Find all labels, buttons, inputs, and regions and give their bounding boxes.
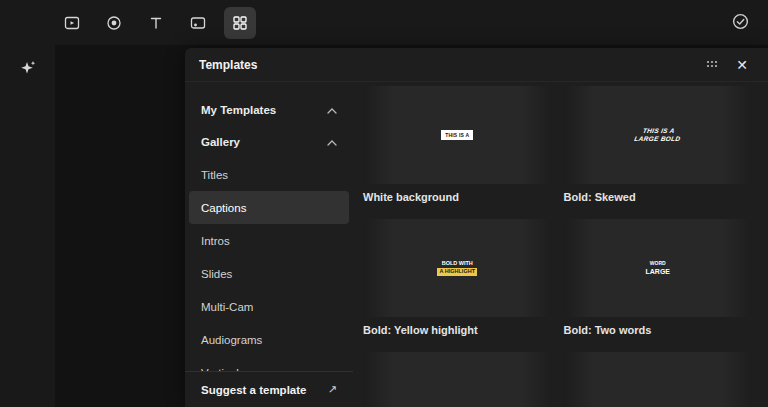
suggest-template-button[interactable]: Suggest a template ↗: [185, 371, 353, 407]
templates-panel: Templates ✕: [185, 48, 768, 407]
ai-sparkle-icon: [18, 58, 38, 81]
preview-text: BOLD WITH A HIGHLIGHT: [437, 260, 477, 275]
panel-body: My Templates Gallery Titles Captions Int…: [185, 82, 768, 407]
text-tool-button[interactable]: [140, 7, 172, 39]
check-circle-icon: [731, 12, 750, 34]
template-thumbnail[interactable]: THIS IS A: [363, 86, 552, 184]
chevron-up-icon: [327, 136, 337, 148]
nav-item-multi-cam[interactable]: Multi-Cam: [189, 290, 349, 323]
drag-handle[interactable]: [700, 53, 724, 77]
template-thumbnail[interactable]: BOLD WITH A HIGHLIGHT: [363, 219, 552, 317]
panel-header: Templates ✕: [185, 48, 768, 82]
text-tool-icon: [147, 14, 165, 32]
nav-section-gallery[interactable]: Gallery: [185, 126, 353, 158]
record-icon: [105, 14, 123, 32]
panel-title: Templates: [199, 58, 257, 72]
close-icon: ✕: [736, 58, 748, 72]
close-button[interactable]: ✕: [730, 53, 754, 77]
screen-capture-icon: [189, 14, 207, 32]
clip-player-button[interactable]: [56, 7, 88, 39]
nav-item-label: Audiograms: [201, 334, 262, 346]
template-thumbnail[interactable]: [564, 352, 753, 407]
template-thumbnail[interactable]: THIS IS A LARGE BOLD: [564, 86, 753, 184]
nav-scroll: My Templates Gallery Titles Captions Int…: [185, 82, 353, 389]
nav-item-label: Intros: [201, 235, 230, 247]
template-thumbnail[interactable]: WORD LARGE: [564, 219, 753, 317]
nav-item-captions[interactable]: Captions: [189, 191, 349, 224]
screen-capture-button[interactable]: [182, 7, 214, 39]
templates-grid-button[interactable]: [224, 7, 256, 39]
templates-grid: THIS IS A White background THIS IS A LAR…: [353, 82, 768, 407]
chevron-up-icon: [327, 104, 337, 116]
template-card[interactable]: [363, 352, 552, 407]
toolbar-tools: [56, 7, 256, 39]
preview-text: WORD LARGE: [646, 260, 671, 276]
nav-item-label: Multi-Cam: [201, 301, 253, 313]
app-window: Templates ✕: [0, 0, 768, 407]
top-toolbar: [0, 0, 768, 45]
nav-section-label: Gallery: [201, 136, 240, 148]
template-label: Bold: Two words: [564, 324, 753, 336]
templates-grid-icon: [231, 14, 249, 32]
ai-assistant-button[interactable]: [10, 51, 46, 87]
template-label: Bold: Yellow highlight: [363, 324, 552, 336]
clip-player-icon: [63, 14, 81, 32]
record-button[interactable]: [98, 7, 130, 39]
nav-item-label: Titles: [201, 169, 228, 181]
template-thumbnail[interactable]: [363, 352, 552, 407]
left-rail: [0, 45, 55, 407]
drag-dots-icon: [704, 56, 720, 74]
template-card-two-words[interactable]: WORD LARGE Bold: Two words: [564, 219, 753, 336]
external-link-icon: ↗: [328, 383, 337, 396]
panel-actions: ✕: [700, 53, 754, 77]
done-button[interactable]: [724, 7, 756, 39]
nav-item-intros[interactable]: Intros: [189, 224, 349, 257]
nav-item-label: Captions: [201, 202, 246, 214]
template-card[interactable]: [564, 352, 753, 407]
templates-nav: My Templates Gallery Titles Captions Int…: [185, 82, 353, 407]
preview-text: THIS IS A: [441, 130, 473, 140]
template-card-yellow-highlight[interactable]: BOLD WITH A HIGHLIGHT Bold: Yellow highl…: [363, 219, 552, 336]
nav-item-label: Slides: [201, 268, 232, 280]
nav-section-my-templates[interactable]: My Templates: [185, 94, 353, 126]
nav-section-label: My Templates: [201, 104, 276, 116]
nav-item-titles[interactable]: Titles: [189, 158, 349, 191]
template-label: Bold: Skewed: [564, 191, 753, 203]
template-label: White background: [363, 191, 552, 203]
template-card-white-background[interactable]: THIS IS A White background: [363, 86, 552, 203]
nav-item-slides[interactable]: Slides: [189, 257, 349, 290]
template-card-bold-skewed[interactable]: THIS IS A LARGE BOLD Bold: Skewed: [564, 86, 753, 203]
suggest-template-label: Suggest a template: [201, 384, 306, 396]
nav-item-audiograms[interactable]: Audiograms: [189, 323, 349, 356]
preview-text: THIS IS A LARGE BOLD: [633, 127, 682, 144]
